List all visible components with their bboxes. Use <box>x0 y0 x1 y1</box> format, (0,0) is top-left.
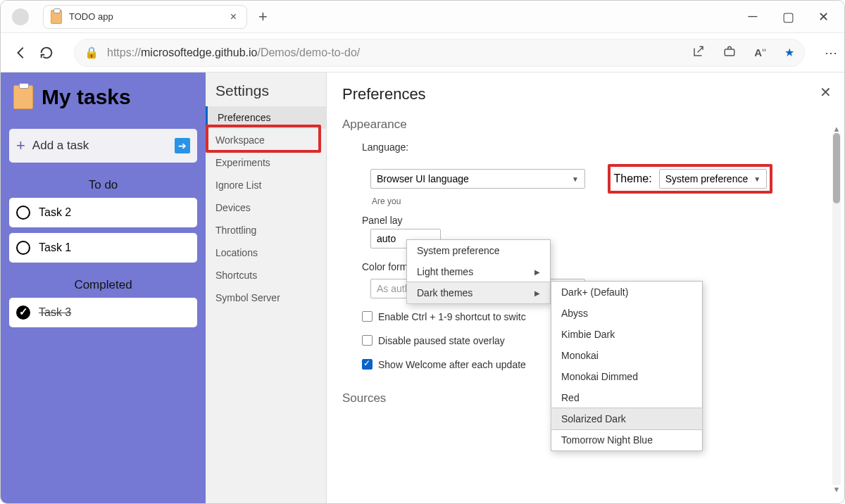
menu-item-dark-themes[interactable]: Dark themes ▶ <box>406 282 551 304</box>
task-label: Task 2 <box>39 206 71 219</box>
chevron-down-icon: ▼ <box>753 175 760 183</box>
menu-item-kimbie-dark[interactable]: Kimbie Dark <box>551 324 702 345</box>
menu-item-label: Solarized Dark <box>561 413 626 424</box>
window-maximize-button[interactable]: ▢ <box>782 11 794 23</box>
theme-label: Theme: <box>613 172 651 185</box>
window-title-bar: TODO app × + ─ ▢ ✕ <box>1 1 844 33</box>
add-task-placeholder: Add a task <box>32 139 89 153</box>
settings-heading: Settings <box>206 82 326 106</box>
task-item[interactable]: Task 1 <box>9 233 197 263</box>
refresh-button[interactable] <box>39 45 54 61</box>
back-button[interactable] <box>13 45 29 61</box>
task-label: Task 3 <box>39 306 71 319</box>
menu-item-label: System preference <box>417 245 500 256</box>
appearance-heading: Appearance <box>342 118 829 132</box>
address-bar[interactable]: 🔒 https://microsoftedge.github.io/Demos/… <box>74 39 805 67</box>
scroll-thumb[interactable] <box>833 133 840 203</box>
theme-value: System preference <box>665 173 749 184</box>
new-tab-button[interactable]: + <box>258 8 268 26</box>
todo-app-panel: My tasks + Add a task ➔ To do Task 2 Tas… <box>1 73 206 504</box>
task-done-icon[interactable] <box>16 305 30 320</box>
menu-item-solarized-dark[interactable]: Solarized Dark <box>551 408 703 430</box>
settings-item-devices[interactable]: Devices <box>206 196 326 219</box>
menu-item-monokai[interactable]: Monokai <box>551 345 702 366</box>
menu-item-light-themes[interactable]: Light themes ▶ <box>407 261 550 282</box>
app-title: My tasks <box>42 85 131 109</box>
lock-icon: 🔒 <box>84 46 99 59</box>
theme-dropdown-menu: System preference Light themes ▶ Dark th… <box>406 239 551 304</box>
menu-item-abyss[interactable]: Abyss <box>551 303 702 324</box>
add-task-input[interactable]: + Add a task ➔ <box>9 129 197 163</box>
read-aloud-icon[interactable]: A›› <box>754 46 766 58</box>
checkbox-icon[interactable] <box>362 335 373 346</box>
checkbox-icon[interactable] <box>362 311 373 322</box>
highlight-theme-callout: Theme: System preference ▼ <box>608 164 772 194</box>
settings-item-symbol-server[interactable]: Symbol Server <box>206 286 326 309</box>
language-label: Language: <box>362 141 829 153</box>
scroll-track[interactable] <box>832 133 841 485</box>
language-select[interactable]: Browser UI language ▼ <box>370 169 585 189</box>
menu-item-label: Dark+ (Default) <box>561 286 628 298</box>
menu-item-label: Abyss <box>561 308 588 319</box>
svg-rect-0 <box>725 49 734 56</box>
browser-tab[interactable]: TODO app × <box>43 5 247 29</box>
theme-hint-text: Are you <box>372 196 829 206</box>
briefcase-icon[interactable] <box>723 45 736 61</box>
menu-item-tomorrow-night-blue[interactable]: Tomorrow Night Blue <box>551 429 702 451</box>
settings-item-workspace[interactable]: Workspace <box>206 129 326 151</box>
menu-item-label: Light themes <box>417 266 473 277</box>
menu-item-red[interactable]: Red <box>551 387 702 408</box>
settings-item-experiments[interactable]: Experiments <box>206 151 326 174</box>
menu-item-label: Red <box>561 392 580 403</box>
page-content: My tasks + Add a task ➔ To do Task 2 Tas… <box>1 73 844 504</box>
tab-title: TODO app <box>69 11 220 22</box>
address-toolbar: 🔒 https://microsoftedge.github.io/Demos/… <box>1 33 844 73</box>
settings-item-locations[interactable]: Locations <box>206 241 326 264</box>
settings-item-throttling[interactable]: Throttling <box>206 219 326 241</box>
panel-title: Preferences <box>342 85 829 103</box>
task-label: Task 1 <box>39 241 71 254</box>
chevron-down-icon: ▼ <box>572 175 579 183</box>
url-display: https://microsoftedge.github.io/Demos/de… <box>107 46 360 59</box>
favorite-star-icon[interactable]: ★ <box>784 46 794 59</box>
task-circle-icon[interactable] <box>16 241 30 255</box>
menu-item-label: Monokai <box>561 350 599 361</box>
window-minimize-button[interactable]: ─ <box>747 11 758 23</box>
panel-scrollbar[interactable]: ▲ ▼ <box>832 125 841 493</box>
checkbox-label: Show Welcome after each update <box>378 359 526 370</box>
scroll-down-icon[interactable]: ▼ <box>833 485 841 493</box>
plus-icon: + <box>16 137 25 155</box>
settings-item-ignore-list[interactable]: Ignore List <box>206 174 326 196</box>
close-tab-button[interactable]: × <box>227 11 239 23</box>
checkbox-checked-icon[interactable] <box>362 359 373 370</box>
menu-item-label: Dark themes <box>417 287 472 298</box>
settings-item-preferences[interactable]: Preferences <box>206 106 326 129</box>
dark-themes-submenu: Dark+ (Default) Abyss Kimbie Dark Monoka… <box>551 281 703 451</box>
menu-item-label: Monokai Dimmed <box>561 371 638 382</box>
settings-item-shortcuts[interactable]: Shortcuts <box>206 264 326 286</box>
app-title-row: My tasks <box>9 85 197 109</box>
scroll-up-icon[interactable]: ▲ <box>833 125 841 133</box>
submit-task-button[interactable]: ➔ <box>175 138 190 153</box>
theme-select[interactable]: System preference ▼ <box>659 169 767 189</box>
task-item[interactable]: Task 2 <box>9 198 197 227</box>
task-item-completed[interactable]: Task 3 <box>9 298 197 327</box>
menu-item-label: Tomorrow Night Blue <box>561 434 653 446</box>
panel-layout-value: auto <box>377 233 396 244</box>
checkbox-label: Enable Ctrl + 1-9 shortcut to switc <box>378 311 526 322</box>
menu-item-system-preference[interactable]: System preference <box>407 240 550 261</box>
panel-layout-label: Panel lay <box>362 215 403 226</box>
edit-page-icon[interactable] <box>692 45 705 61</box>
more-menu-button[interactable]: ⋯ <box>825 45 837 61</box>
chevron-right-icon: ▶ <box>534 289 540 297</box>
task-circle-icon[interactable] <box>16 206 30 220</box>
window-close-button[interactable]: ✕ <box>818 11 829 23</box>
tab-favicon-icon <box>51 10 62 24</box>
chevron-right-icon: ▶ <box>534 268 540 276</box>
menu-item-monokai-dimmed[interactable]: Monokai Dimmed <box>551 366 702 387</box>
menu-item-dark-default[interactable]: Dark+ (Default) <box>551 282 702 303</box>
profile-avatar-icon[interactable] <box>12 8 29 25</box>
close-panel-button[interactable]: ✕ <box>820 84 832 101</box>
todo-section-label: To do <box>9 178 197 192</box>
language-value: Browser UI language <box>377 173 469 184</box>
